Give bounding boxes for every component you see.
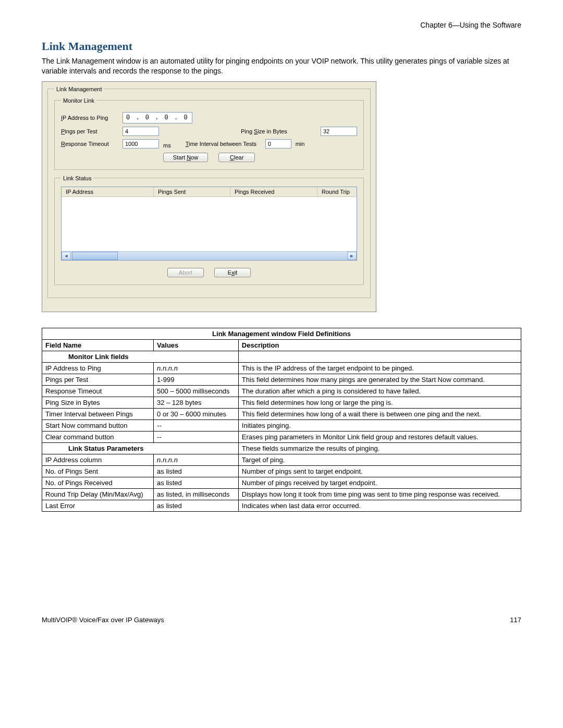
th-description: Description [238,339,521,351]
legend-link-management: Link Management [54,86,104,92]
response-timeout-field[interactable] [123,139,159,149]
label-time-interval: Time Interval between Tests [186,141,261,147]
link-management-dialog: Link Management Monitor Link IP Address … [42,81,376,312]
footer-left: MultiVOIP® Voice/Fax over IP Gateways [42,616,164,624]
scroll-thumb[interactable] [72,252,118,260]
abort-button: Abort [167,268,204,277]
label-response-timeout: Response Timeout [61,141,118,147]
table-row: Clear command button--Erases ping parame… [42,431,521,442]
page-heading: Link Management [42,40,521,53]
list-header: IP Address Pings Sent Pings Received Rou… [62,187,357,197]
table-row: Round Trip Delay (Min/Max/Avg)as listed,… [42,488,521,500]
legend-monitor-link: Monitor Link [61,97,96,104]
min-unit: min [296,141,305,147]
scroll-right-icon[interactable]: ► [347,252,357,260]
ms-unit: ms [163,142,171,149]
list-body [62,197,357,251]
group-link-status: Link Status IP Address Pings Sent Pings … [54,175,364,285]
col-pings-received[interactable]: Pings Received [230,187,317,196]
ping-size-field[interactable] [321,127,357,136]
sub-link-status-desc: These fields summarize the results of pi… [238,442,521,454]
table-row: No. of Pings Sentas listedNumber of ping… [42,465,521,477]
col-pings-sent[interactable]: Pings Sent [154,187,230,196]
exit-button[interactable]: Exit [214,268,251,277]
scroll-left-icon[interactable]: ◄ [62,252,71,260]
table-row: Response Timeout500 – 5000 millisecondsT… [42,385,521,397]
table-caption: Link Management window Field Definitions [42,328,521,339]
link-status-list[interactable]: IP Address Pings Sent Pings Received Rou… [61,187,357,261]
time-interval-field[interactable] [265,139,291,149]
label-ping-size: Ping Size in Bytes [241,128,316,134]
table-row: Start Now command button--Initiates ping… [42,419,521,431]
label-ip: IP Address to Ping [61,115,118,121]
footer-page-number: 117 [510,616,521,624]
start-now-button[interactable]: Start Now [163,153,208,162]
table-row: Ping Size in Bytes32 – 128 bytesThis fie… [42,397,521,408]
table-row: Timer Interval between Pings0 or 30 – 60… [42,408,521,419]
group-link-management: Link Management Monitor Link IP Address … [47,86,371,298]
intro-text: The Link Management window is an automat… [42,56,521,76]
field-definitions-table: Link Management window Field Definitions… [42,328,521,512]
th-field-name: Field Name [42,339,154,351]
th-values: Values [154,339,239,351]
col-ip[interactable]: IP Address [62,187,154,196]
label-pings-per-test: Pings per Test [61,128,118,134]
table-row: IP Address columnn.n.n.nTarget of ping. [42,454,521,465]
page-footer: MultiVOIP® Voice/Fax over IP Gateways 11… [42,616,521,624]
pings-per-test-field[interactable] [123,127,159,136]
table-row: IP Address to Pingn.n.n.nThis is the IP … [42,362,521,374]
chapter-line: Chapter 6—Using the Software [42,21,521,29]
clear-button[interactable]: Clear [218,153,255,162]
sub-link-status: Link Status Parameters [42,442,239,454]
table-row: Last Erroras listedIndicates when last d… [42,500,521,511]
legend-link-status: Link Status [61,175,93,181]
horizontal-scrollbar[interactable]: ◄ ► [62,251,357,260]
group-monitor-link: Monitor Link IP Address to Ping 0 . 0 . … [54,97,364,170]
col-round-trip[interactable]: Round Trip [317,187,357,196]
table-row: Pings per Test1-999This field determines… [42,374,521,385]
sub-monitor-link: Monitor Link fields [42,351,239,362]
ip-address-field[interactable]: 0 . 0 . 0 . 0 [123,112,192,124]
table-row: No. of Pings Receivedas listedNumber of … [42,477,521,488]
